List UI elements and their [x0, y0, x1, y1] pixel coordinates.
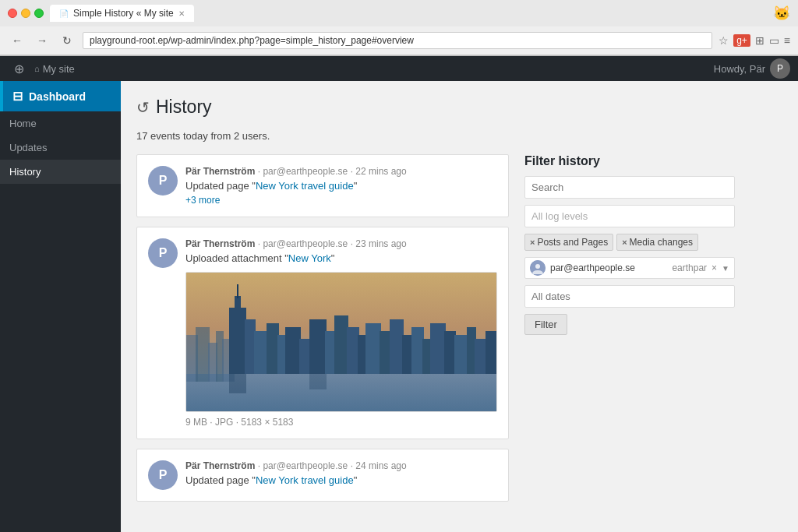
entry-meta: Pär Thernström · par@earthpeople.se · 22…: [185, 166, 497, 206]
filter-user-name: par@earthpeople.se: [550, 262, 666, 273]
wp-admin-bar: ⊕ ⌂ My site Howdy, Pär P: [0, 56, 798, 81]
entry-time: 22 mins ago: [355, 166, 406, 177]
avatar: P: [148, 460, 178, 490]
entry-time: 24 mins ago: [355, 460, 406, 471]
dashboard-icon: ⊟: [12, 89, 23, 104]
filter-tag-media: × Media changes: [616, 234, 698, 251]
entry-text: Uploaded attachment "New York": [185, 252, 497, 264]
svg-rect-21: [365, 323, 381, 374]
filter-search-input[interactable]: [524, 176, 735, 199]
filter-user-row: par@earthpeople.se earthpar × ▼: [524, 257, 735, 279]
window-controls[interactable]: [8, 9, 44, 18]
entry-attachment-image: [185, 272, 497, 412]
entry-action: Updated page: [185, 474, 249, 486]
entry-header: P Pär Thernström · par@earthpeople.se · …: [148, 166, 497, 206]
star-icon[interactable]: ☆: [719, 34, 729, 47]
entry-user-name: Pär Thernström: [185, 460, 255, 471]
svg-rect-9: [237, 284, 238, 298]
entry-text: Updated page "New York travel guide": [185, 180, 497, 192]
entry-subject-link[interactable]: New York travel guide: [256, 180, 354, 192]
g-plus-icon[interactable]: g+: [733, 34, 750, 47]
filter-dates-input[interactable]: [524, 285, 735, 308]
forward-button[interactable]: →: [33, 31, 51, 50]
svg-rect-3: [196, 327, 210, 382]
history-entry: P Pär Thernström · par@earthpeople.se · …: [136, 227, 509, 439]
wp-howdy: Howdy, Pär P: [714, 58, 790, 79]
entry-user-info: Pär Thernström · par@earthpeople.se · 22…: [185, 166, 497, 177]
entry-meta: Pär Thernström · par@earthpeople.se · 23…: [185, 238, 497, 428]
tab-close-icon[interactable]: ✕: [178, 9, 185, 18]
svg-rect-11: [254, 331, 268, 374]
svg-rect-7: [229, 308, 246, 374]
entry-user-info: Pär Thernström · par@earthpeople.se · 24…: [185, 460, 497, 471]
entry-subject-link[interactable]: New York travel guide: [256, 474, 354, 486]
entry-subject-link[interactable]: New York: [288, 252, 331, 264]
browser-titlebar: 📄 Simple History « My site ✕ 🐱: [0, 0, 798, 26]
remove-tag-media[interactable]: ×: [622, 238, 627, 247]
sidebar-dashboard[interactable]: ⊟ Dashboard: [0, 81, 121, 111]
history-icon: ↺: [136, 98, 150, 117]
address-bar[interactable]: [83, 32, 712, 49]
main-inner: P Pär Thernström · par@earthpeople.se · …: [136, 154, 782, 511]
back-button[interactable]: ←: [8, 31, 26, 50]
dashboard-label: Dashboard: [29, 90, 86, 103]
maximize-button[interactable]: [34, 9, 44, 18]
svg-rect-16: [309, 319, 327, 374]
tab-favicon: 📄: [59, 9, 69, 18]
home-label: Home: [9, 118, 37, 129]
events-summary: 17 events today from 2 users.: [136, 130, 782, 142]
svg-rect-34: [309, 374, 327, 389]
svg-rect-12: [267, 323, 279, 374]
wp-layout: ⊟ Dashboard Home Updates History ↺ Histo…: [0, 81, 798, 532]
log-levels-select[interactable]: All log levels: [524, 205, 735, 227]
remove-user-filter[interactable]: ×: [711, 262, 717, 273]
entry-time: 23 mins ago: [355, 238, 406, 249]
avatar: P: [148, 166, 178, 196]
entry-user-email: par@earthpeople.se: [263, 238, 348, 249]
page-title: History: [156, 97, 212, 118]
entry-action: Uploaded attachment: [185, 252, 282, 264]
menu-icon[interactable]: ≡: [784, 34, 790, 47]
history-list: P Pär Thernström · par@earthpeople.se · …: [136, 154, 509, 511]
filter-user-avatar: [530, 260, 546, 276]
filter-button[interactable]: Filter: [524, 314, 567, 335]
minimize-button[interactable]: [21, 9, 30, 18]
svg-rect-29: [454, 335, 468, 374]
wp-site-link[interactable]: ⌂ My site: [34, 63, 75, 75]
filter-tag-posts: × Posts and Pages: [524, 234, 613, 251]
entry-user-name: Pär Thernström: [185, 238, 255, 249]
entry-more[interactable]: +3 more: [185, 195, 497, 206]
entry-meta: Pär Thernström · par@earthpeople.se · 24…: [185, 460, 497, 489]
browser-chrome: 📄 Simple History « My site ✕ 🐱 ← → ↻ ☆ g…: [0, 0, 798, 56]
user-filter-dropdown[interactable]: ▼: [722, 264, 729, 273]
refresh-button[interactable]: ↻: [58, 31, 76, 50]
entry-header: P Pär Thernström · par@earthpeople.se · …: [148, 460, 497, 490]
sidebar-item-history[interactable]: History: [0, 160, 121, 184]
remove-tag-posts[interactable]: ×: [530, 238, 535, 247]
filter-tags: × Posts and Pages × Media changes: [524, 234, 735, 251]
svg-rect-19: [347, 327, 359, 374]
city-skyline-image: [186, 273, 496, 411]
filter-panel: Filter history All log levels × Posts an…: [509, 154, 735, 511]
extension-icon[interactable]: ⊞: [755, 34, 764, 47]
entry-user-name: Pär Thernström: [185, 166, 255, 177]
wp-sidebar: ⊟ Dashboard Home Updates History: [0, 81, 121, 532]
entry-user-email: par@earthpeople.se: [263, 166, 348, 177]
entry-header: P Pär Thernström · par@earthpeople.se · …: [148, 238, 497, 428]
filter-user-query: earthpar: [672, 262, 707, 273]
sidebar-item-home[interactable]: Home: [0, 111, 121, 136]
cast-icon[interactable]: ▭: [769, 34, 779, 47]
site-name: My site: [43, 63, 75, 75]
updates-label: Updates: [9, 142, 47, 153]
tag-media-label: Media changes: [630, 237, 693, 248]
wp-logo-icon: ⊕: [14, 62, 24, 76]
user-avatar[interactable]: P: [770, 58, 790, 79]
sidebar-item-updates[interactable]: Updates: [0, 136, 121, 160]
svg-rect-31: [475, 339, 487, 374]
close-button[interactable]: [8, 9, 17, 18]
browser-tab[interactable]: 📄 Simple History « My site ✕: [50, 5, 194, 22]
svg-rect-17: [325, 331, 336, 374]
svg-rect-27: [430, 323, 446, 374]
svg-rect-33: [229, 374, 246, 393]
wp-logo[interactable]: ⊕: [8, 58, 30, 79]
